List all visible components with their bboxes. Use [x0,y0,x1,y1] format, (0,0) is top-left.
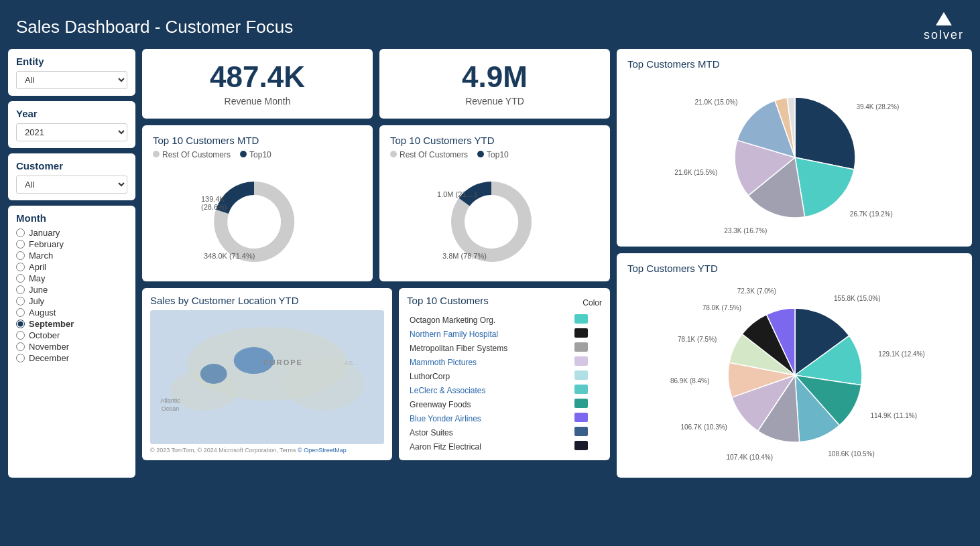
svg-text:1.0M (21....): 1.0M (21....) [437,190,477,198]
customer-select[interactable]: All [16,176,127,194]
top10-ytd-card: Top 10 Customers YTD Rest Of Customers T… [379,125,610,281]
left-filter-panel: Entity All Year 2021 Customer All Month … [8,49,135,478]
top10-ytd-title: Top 10 Customers YTD [390,135,599,146]
table-cell-color [572,369,602,383]
month-filter-card: Month January February March April May J… [8,206,135,478]
entity-label: Entity [16,56,127,67]
month-item-september[interactable]: September [16,319,127,329]
pie-slice [795,97,855,169]
svg-text:3.8M (78.7%): 3.8M (78.7%) [442,252,487,260]
pie-label: 78.1K (7.5%) [678,336,717,343]
table-cell-color [572,341,602,355]
right-panel: Top Customers MTD 39.4K (28.2%)26.7K (19… [617,49,972,478]
table-cell-color [572,397,602,411]
table-cell-name: Octagon Marketing Org. [407,313,572,327]
top10-table-color-header: Color [583,298,602,308]
top-customers-mtd-chart: 39.4K (28.2%)26.7K (19.2%)23.3K (16.7%)2… [627,74,961,237]
pie-label: 106.7K (10.3%) [680,423,727,431]
top10-mtd-chart: 139.4K (28.6%) 348.0K (71.4%) [153,165,362,272]
svg-text:AS...: AS... [344,359,359,366]
month-item-january[interactable]: January [16,228,127,238]
revenue-month-card: 487.4K Revenue Month [142,49,373,119]
pie-label: 107.4K (10.4%) [727,454,774,461]
top-customers-mtd-card: Top Customers MTD 39.4K (28.2%)26.7K (19… [617,49,972,247]
month-label: Month [16,212,127,224]
entity-filter-card: Entity All [8,49,135,96]
month-item-june[interactable]: June [16,285,127,295]
revenue-ytd-value: 4.9M [393,61,597,93]
revenue-month-value: 487.4K [156,61,359,93]
month-item-december[interactable]: December [16,353,127,363]
top-customers-ytd-chart: 155.8K (15.0%)129.1K (12.4%)114.9K (11.1… [627,278,961,468]
table-cell-color [572,439,602,454]
bottom-row: Sales by Customer Location YTD EUROPE At… [142,288,610,460]
entity-select[interactable]: All [16,71,127,89]
table-cell-color [572,313,602,327]
table-cell-color [572,355,602,369]
pie-label: 26.7K (19.2%) [850,210,893,218]
top-customers-mtd-title: Top Customers MTD [627,58,961,70]
top10-table-card: Top 10 Customers Color Octagon Marketing… [399,288,610,460]
pie-label: 23.3K (16.7%) [724,227,767,234]
table-cell-name: Blue Yonder Airlines [407,411,572,425]
pie-label: 72.3K (7.0%) [737,287,776,295]
table-cell-name: Greenway Foods [407,397,572,411]
top-metrics-row: 487.4K Revenue Month 4.9M Revenue YTD [142,49,610,119]
table-cell-name: Astor Suites [407,425,572,439]
revenue-month-label: Revenue Month [156,96,359,107]
map-card: Sales by Customer Location YTD EUROPE At… [142,288,392,460]
top10-ytd-chart: 1.0M (21....) 3.8M (78.7%) [390,165,599,272]
top10-table: Octagon Marketing Org.Northern Family Ho… [407,313,602,454]
svg-point-10 [200,364,227,384]
month-item-april[interactable]: April [16,262,127,272]
month-list: January February March April May June Ju… [16,228,127,363]
month-item-february[interactable]: February [16,239,127,249]
map-visual: EUROPE Atlantic Ocean AS... [150,310,384,444]
page-title: Sales Dashboard - Customer Focus [16,17,293,38]
table-cell-name: Mammoth Pictures [407,355,572,369]
top-customers-ytd-title: Top Customers YTD [627,263,961,274]
table-cell-name: LeClerc & Associates [407,383,572,397]
table-cell-name: Metropolitan Fiber Systems [407,341,572,355]
month-item-july[interactable]: July [16,296,127,306]
pie-label: 21.0K (15.0%) [695,98,738,106]
month-item-october[interactable]: October [16,330,127,340]
donut-charts-row: Top 10 Customers MTD Rest Of Customers T… [142,125,610,281]
svg-text:139.4K: 139.4K [201,195,225,203]
table-cell-color [572,425,602,439]
month-item-august[interactable]: August [16,308,127,318]
customer-filter-card: Customer All [8,153,135,200]
table-cell-color [572,327,602,341]
year-filter-card: Year 2021 [8,101,135,148]
svg-text:Ocean: Ocean [162,405,179,412]
map-title: Sales by Customer Location YTD [150,295,384,306]
svg-text:Atlantic: Atlantic [160,397,180,404]
pie-label: 155.8K (15.0%) [834,295,881,302]
revenue-ytd-card: 4.9M Revenue YTD [379,49,610,119]
pie-label: 39.4K (28.2%) [856,103,899,111]
svg-text:348.0K (71.4%): 348.0K (71.4%) [204,252,255,260]
top10-mtd-legend: Rest Of Customers Top10 [153,150,362,159]
table-cell-name: Aaron Fitz Electrical [407,439,572,454]
month-item-november[interactable]: November [16,342,127,352]
pie-label: 21.6K (15.5%) [674,169,717,176]
revenue-ytd-label: Revenue YTD [393,96,597,107]
pie-label: 86.9K (8.4%) [670,377,709,385]
pie-label: 108.6K (10.5%) [828,450,875,458]
solver-logo: solver [924,12,964,42]
month-item-march[interactable]: March [16,251,127,261]
month-item-may[interactable]: May [16,273,127,283]
center-panel: 487.4K Revenue Month 4.9M Revenue YTD To… [142,49,610,478]
customer-label: Customer [16,160,127,172]
year-select[interactable]: 2021 [16,123,127,141]
pie-label: 129.1K (12.4%) [878,350,925,358]
year-label: Year [16,108,127,119]
table-cell-name: LuthorCorp [407,369,572,383]
svg-text:(28.6%): (28.6%) [201,203,227,211]
svg-text:EUROPE: EUROPE [264,358,303,366]
map-footer: © 2023 TomTom, © 2024 Microsoft Corporat… [150,447,384,454]
top10-table-title: Top 10 Customers [407,295,489,306]
table-cell-name: Northern Family Hospital [407,327,572,341]
pie-label: 78.0K (7.5%) [702,304,741,312]
top-customers-ytd-card: Top Customers YTD 155.8K (15.0%)129.1K (… [617,253,972,478]
